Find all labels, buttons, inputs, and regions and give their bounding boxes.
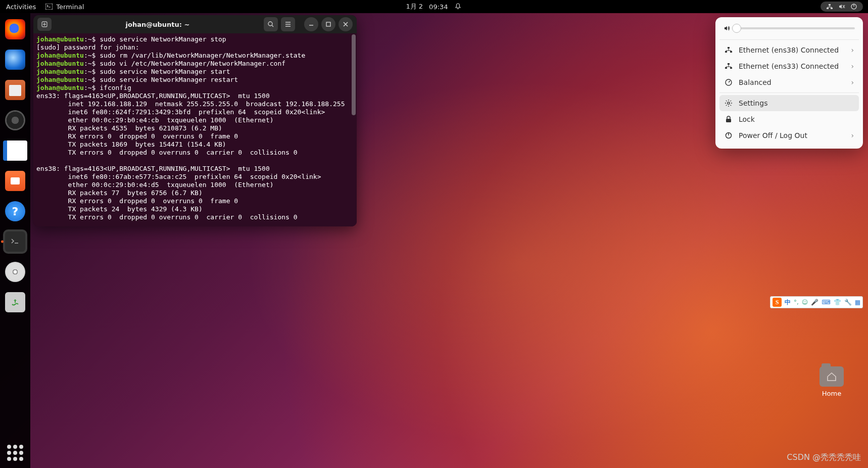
folder-label: Home <box>815 390 848 397</box>
network-icon <box>725 46 733 54</box>
apps-button[interactable] <box>5 443 25 463</box>
power-mode-icon <box>725 78 733 86</box>
terminal-window: johan@ubuntu: ~ johan@ubuntu:~$ sudo ser… <box>33 15 357 226</box>
terminal-body[interactable]: johan@ubuntu:~$ sudo service NetworkMana… <box>33 33 357 226</box>
menu-item-label: Power Off / Log Out <box>739 131 807 139</box>
svg-rect-1 <box>827 8 829 9</box>
menu-item-label: Balanced <box>739 78 771 86</box>
svg-rect-3 <box>829 4 831 6</box>
dock-disc[interactable] <box>3 260 27 284</box>
separator <box>719 92 859 93</box>
activities-button[interactable]: Activities <box>6 3 36 11</box>
ime-keyboard-icon[interactable]: ⌨ <box>822 299 830 306</box>
folder-icon <box>819 366 844 387</box>
menu-item-label: Ethernet (ens33) Connected <box>739 62 839 70</box>
volume-icon <box>724 24 732 32</box>
window-title: johan@ubuntu: ~ <box>55 21 261 28</box>
ime-lang[interactable]: 中 <box>785 298 791 307</box>
topbar-app-label: Terminal <box>56 3 84 11</box>
dock-files[interactable] <box>3 78 27 102</box>
menu-item-lock[interactable]: Lock <box>719 111 859 127</box>
svg-rect-11 <box>725 67 727 69</box>
ime-punct-icon[interactable]: °, <box>794 299 799 306</box>
svg-rect-2 <box>831 8 833 9</box>
svg-rect-10 <box>728 47 730 49</box>
active-dot <box>1 241 4 243</box>
ime-voice-icon[interactable]: 🎤 <box>811 299 818 306</box>
minimize-button[interactable] <box>304 17 318 31</box>
volume-row <box>719 22 859 37</box>
svg-point-15 <box>728 102 730 104</box>
scrollbar[interactable] <box>352 34 356 115</box>
system-menu: Ethernet (ens38) Connected›Ethernet (ens… <box>715 17 863 149</box>
ime-toolbar[interactable]: S 中 °, ☺ 🎤 ⌨ 👕 🔧 ▦ <box>770 296 863 308</box>
chevron-right-icon: › <box>851 78 854 86</box>
close-button[interactable] <box>339 17 353 31</box>
search-button[interactable] <box>264 17 278 31</box>
menu-item-ethernet-ens33-connected[interactable]: Ethernet (ens33) Connected› <box>719 58 859 74</box>
menu-item-settings[interactable]: Settings <box>719 95 859 111</box>
chevron-right-icon: › <box>851 62 854 70</box>
bell-icon <box>454 3 462 11</box>
topbar-app[interactable]: Terminal <box>45 3 84 11</box>
terminal-icon <box>45 3 53 11</box>
svg-rect-8 <box>725 51 727 53</box>
power-icon <box>725 131 733 139</box>
top-bar: Activities Terminal 1月 2 09:34 <box>0 0 868 13</box>
menu-item-label: Settings <box>739 99 767 107</box>
status-tray[interactable] <box>821 2 863 12</box>
svg-point-6 <box>268 22 272 26</box>
dock: ? <box>0 13 30 468</box>
chevron-right-icon: › <box>851 46 854 54</box>
svg-rect-12 <box>730 67 732 69</box>
volume-muted-icon <box>838 3 846 11</box>
sogou-icon: S <box>773 298 782 307</box>
ime-skin-icon[interactable]: 👕 <box>834 299 841 306</box>
svg-rect-16 <box>726 119 731 122</box>
chevron-right-icon: › <box>851 131 854 139</box>
separator <box>719 39 859 40</box>
new-tab-button[interactable] <box>37 18 52 31</box>
menu-item-label: Ethernet (ens38) Connected <box>739 46 839 54</box>
ime-tool-icon[interactable]: 🔧 <box>844 299 852 306</box>
dock-help[interactable]: ? <box>3 199 27 223</box>
menu-item-label: Lock <box>739 115 755 123</box>
menu-button[interactable] <box>281 17 295 31</box>
volume-slider[interactable] <box>737 27 855 29</box>
dock-thunderbird[interactable] <box>3 48 27 72</box>
lock-icon <box>725 115 733 123</box>
svg-rect-9 <box>730 51 732 53</box>
menu-item-balanced[interactable]: Balanced› <box>719 74 859 90</box>
desktop-home-folder[interactable]: Home <box>815 366 848 397</box>
svg-rect-13 <box>728 63 730 65</box>
svg-rect-7 <box>326 22 330 26</box>
dock-rhythmbox[interactable] <box>3 108 27 132</box>
terminal-titlebar[interactable]: johan@ubuntu: ~ <box>33 15 357 33</box>
dock-writer[interactable] <box>3 138 27 163</box>
menu-item-power-off-log-out[interactable]: Power Off / Log Out› <box>719 127 859 144</box>
dock-trash[interactable] <box>3 290 27 314</box>
clock[interactable]: 1月 2 09:34 <box>406 2 462 11</box>
network-icon <box>725 62 733 70</box>
dock-firefox[interactable] <box>3 17 27 41</box>
settings-icon <box>725 99 733 107</box>
menu-item-ethernet-ens38-connected[interactable]: Ethernet (ens38) Connected› <box>719 42 859 58</box>
power-icon <box>850 3 858 11</box>
ime-grid-icon[interactable]: ▦ <box>855 299 860 306</box>
watermark: CSDN @秃秃秃秃哇 <box>787 452 861 463</box>
svg-rect-0 <box>45 4 53 10</box>
volume-thumb[interactable] <box>732 24 741 33</box>
maximize-button[interactable] <box>321 17 335 31</box>
ime-emoji-icon[interactable]: ☺ <box>802 299 808 306</box>
dock-terminal[interactable] <box>3 229 27 254</box>
dock-software[interactable] <box>3 169 27 193</box>
network-icon <box>826 3 834 11</box>
